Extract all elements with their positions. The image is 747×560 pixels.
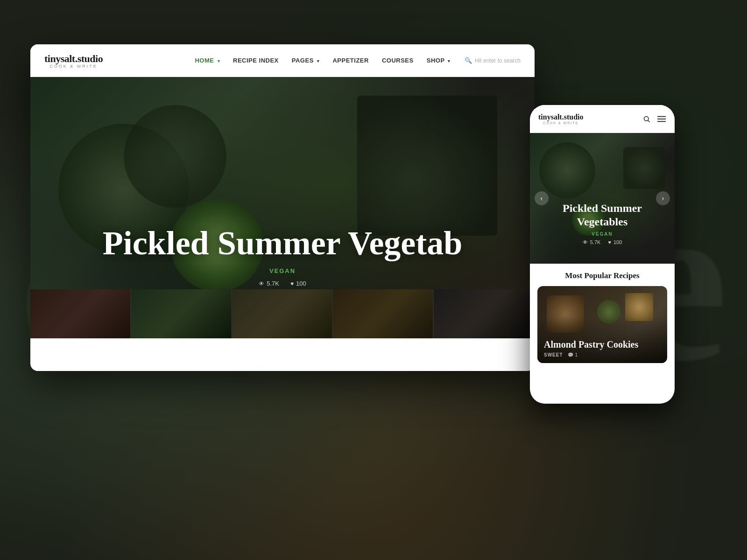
home-arrow-icon: ▾ [218, 59, 220, 63]
thumb-bg-2 [131, 289, 231, 338]
food-visual-2 [124, 105, 226, 208]
mobile-search-button[interactable] [642, 114, 651, 124]
thumb-bg-3 [232, 289, 332, 338]
nav-item-courses[interactable]: COURSES [382, 57, 414, 64]
mobile-hero-stats: 👁 5.7K ♥ 100 [530, 239, 675, 245]
nav-item-shop[interactable]: SHOP ▾ [427, 57, 451, 64]
nav-item-pages[interactable]: PAGES ▾ [292, 57, 320, 64]
mobile-views: 👁 5.7K [583, 239, 601, 245]
thumbnail-5[interactable] [434, 289, 535, 338]
mobile-heart-icon: ♥ [608, 239, 611, 245]
desktop-search[interactable]: Hit enter to search [465, 57, 521, 64]
eye-icon [259, 280, 264, 287]
recipe-card-info: Almond Pastry Cookies SWEET 💬 1 [537, 333, 667, 363]
hero-content: Pickled Summer Vegetab VEGAN 5.7K 100 [30, 225, 535, 287]
most-popular-title: Most Popular Recipes [537, 271, 667, 280]
recipe-card-title: Almond Pastry Cookies [544, 339, 661, 350]
mobile-hero-content: Pickled Summer Vegetables VEGAN 👁 5.7K ♥… [530, 202, 675, 245]
recipe-card-tag: SWEET [544, 352, 563, 357]
mobile-likes-count: 100 [613, 239, 622, 245]
comments-count: 1 [575, 352, 578, 357]
shop-arrow-icon: ▾ [448, 59, 451, 63]
mobile-likes: ♥ 100 [608, 239, 622, 245]
mobile-logo[interactable]: tinysalt.studio COOK & WRITE [538, 113, 583, 125]
mobile-hero-title: Pickled Summer Vegetables [530, 202, 675, 229]
mobile-navbar: tinysalt.studio COOK & WRITE [530, 105, 675, 133]
search-placeholder: Hit enter to search [475, 57, 521, 64]
nav-item-appetizer[interactable]: APPETIZER [332, 57, 368, 64]
pages-arrow-icon: ▾ [317, 59, 320, 63]
mobile-content: Most Popular Recipes Almond Pastry Cooki… [530, 264, 675, 371]
comment-icon: 💬 [568, 352, 573, 357]
mobile-menu-button[interactable] [657, 114, 666, 124]
thumbnail-3[interactable] [232, 289, 333, 338]
mobile-mockup: tinysalt.studio COOK & WRITE [530, 105, 675, 404]
hero-title: Pickled Summer Vegetab [30, 225, 535, 262]
mobile-hero-category: VEGAN [530, 231, 675, 237]
desktop-mockup: tinysalt.studio COOK & WRITE HOME ▾ RECI… [30, 44, 535, 371]
thumb-bg-5 [434, 289, 534, 338]
thumb-bg-1 [30, 289, 130, 338]
desktop-hero: Pickled Summer Vegetab VEGAN 5.7K 100 [30, 77, 535, 338]
likes-count: 100 [296, 280, 306, 287]
recipe-card-meta: SWEET 💬 1 [544, 352, 661, 357]
nav-links-list: HOME ▾ RECIPE INDEX PAGES ▾ APPETIZER CO… [195, 57, 451, 64]
desktop-logo-name: tinysalt.studio [44, 53, 103, 65]
hero-category: VEGAN [30, 267, 535, 274]
nav-item-home[interactable]: HOME ▾ [195, 57, 220, 64]
thumbnail-4[interactable] [333, 289, 434, 338]
mobile-hero: ‹ › Pickled Summer Vegetables VEGAN 👁 5.… [530, 133, 675, 264]
desktop-logo[interactable]: tinysalt.studio COOK & WRITE [44, 53, 103, 69]
thumbnail-2[interactable] [131, 289, 232, 338]
views-count: 5.7K [267, 280, 279, 287]
thumb-bg-4 [333, 289, 433, 338]
hero-stats: 5.7K 100 [30, 280, 535, 287]
nav-item-recipe-index[interactable]: RECIPE INDEX [233, 57, 279, 64]
recipe-card-comments: 💬 1 [568, 352, 578, 357]
recipe-card-almond[interactable]: Almond Pastry Cookies SWEET 💬 1 [537, 286, 667, 363]
desktop-logo-tagline: COOK & WRITE [44, 64, 103, 69]
hero-views: 5.7K [259, 280, 279, 287]
heart-icon [290, 280, 294, 287]
svg-point-0 [644, 116, 648, 120]
mobile-eye-icon: 👁 [583, 239, 588, 245]
mobile-food-2 [623, 147, 665, 189]
mobile-views-count: 5.7K [590, 239, 601, 245]
thumbnail-1[interactable] [30, 289, 131, 338]
search-icon [465, 57, 472, 64]
mobile-nav-icons [642, 114, 666, 124]
thumbnail-strip [30, 289, 535, 338]
mobile-logo-name: tinysalt.studio [538, 113, 583, 121]
mobile-logo-tagline: COOK & WRITE [538, 121, 583, 125]
food-visual-3 [357, 96, 497, 236]
desktop-navbar: tinysalt.studio COOK & WRITE HOME ▾ RECI… [30, 44, 535, 77]
mobile-food-1 [539, 142, 595, 198]
svg-line-1 [648, 120, 650, 122]
hero-likes: 100 [290, 280, 306, 287]
